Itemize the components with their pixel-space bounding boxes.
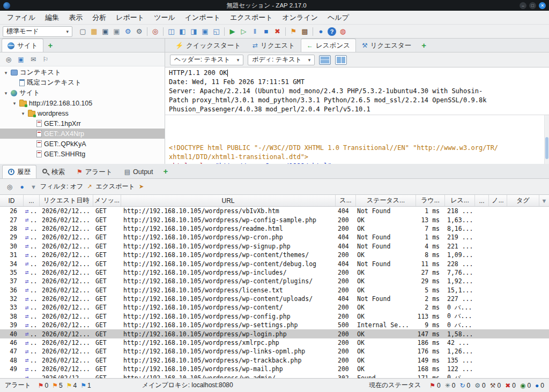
tree-node[interactable]: GET:.QPkKyA xyxy=(0,139,165,149)
tree-node[interactable]: ▾コンテキスト xyxy=(0,67,165,78)
tab-globe[interactable]: サイト xyxy=(2,39,43,52)
history-row[interactable]: 48⇄..2026/02/12...GEThttp://192.168.10.1… xyxy=(0,356,549,365)
save-session-icon[interactable]: ▣ xyxy=(100,26,111,37)
manage-addons-icon[interactable]: ▩ xyxy=(299,26,310,37)
response-body-editor[interactable]: <!DOCTYPE html PUBLIC "-//W3C//DTD XHTML… xyxy=(165,115,549,164)
show-tabs-icon[interactable]: ◱ xyxy=(211,26,222,37)
column-header[interactable]: メソッ... xyxy=(93,195,121,206)
ajax-spider-counter[interactable]: ↻0 xyxy=(459,382,470,389)
collapse-arrow-icon[interactable]: ▾ xyxy=(3,91,9,96)
spider-counter[interactable]: ✳0 xyxy=(445,382,456,389)
mode-select[interactable]: 標準モード ▾ xyxy=(3,26,72,37)
column-header[interactable]: タグ xyxy=(507,195,539,206)
alert-flag-count[interactable]: ⚑5 xyxy=(52,382,62,389)
scrollbar-thumb[interactable] xyxy=(545,137,548,159)
history-row[interactable]: 28⇄..2026/02/12...GEThttp://192.168.10.1… xyxy=(0,224,549,233)
export-context-icon[interactable]: ⚐ xyxy=(41,55,50,64)
target-scope-icon[interactable]: ◎ xyxy=(4,55,13,64)
active-scan-counter[interactable]: ⚙0 xyxy=(474,382,485,389)
maximize-button[interactable]: □ xyxy=(529,2,536,9)
support-icon[interactable]: ◍ xyxy=(337,26,348,37)
column-header[interactable]: ス... xyxy=(336,195,356,206)
response-scrollbar[interactable] xyxy=(544,115,549,164)
history-row[interactable]: 38⇄..2026/02/12...GEThttp://192.168.10.1… xyxy=(0,312,549,321)
history-row[interactable]: 36⇄..2026/02/12...GEThttp://192.168.10.1… xyxy=(0,286,549,295)
column-header[interactable]: URL xyxy=(121,195,336,206)
alert-flag-count[interactable]: ⚑0 xyxy=(38,382,48,389)
tree-node[interactable]: GET:.1hpXrr xyxy=(0,118,165,129)
history-row[interactable]: 29⇄..2026/02/12...GEThttp://192.168.10.1… xyxy=(0,233,549,242)
history-row[interactable]: 26⇄..2026/02/12...GEThttp://192.168.10.1… xyxy=(0,207,549,215)
tree-node[interactable]: GET:.AX4Nrp xyxy=(0,129,165,139)
tab-lightning[interactable]: ⚡クイックスタート xyxy=(169,39,247,52)
scope-filter-icon[interactable]: ◎ xyxy=(5,182,14,192)
collapse-arrow-icon[interactable]: ▾ xyxy=(12,101,17,106)
layout-split-icon[interactable]: ◧ xyxy=(177,26,188,37)
body-view-select[interactable]: ボディ: テキスト ▾ xyxy=(248,55,315,65)
break-stop-icon[interactable]: ■ xyxy=(261,26,272,37)
break-drop-icon[interactable]: ✖ xyxy=(272,26,283,37)
history-row[interactable]: 35⇄..2026/02/12...GEThttp://192.168.10.1… xyxy=(0,268,549,277)
edit-context-icon[interactable]: ▣ xyxy=(16,55,26,64)
add-sites-tab-button[interactable]: + xyxy=(43,41,57,50)
minimize-button[interactable]: – xyxy=(520,2,526,9)
help-icon[interactable]: ? xyxy=(328,27,336,36)
column-filter-icon[interactable]: ▼ xyxy=(539,195,549,206)
close-button[interactable]: ✕ xyxy=(539,2,546,9)
layout-horizontal-split-button[interactable] xyxy=(319,55,331,65)
history-row[interactable]: 33⇄..2026/02/12...GEThttp://192.168.10.1… xyxy=(0,303,549,312)
history-row[interactable]: 27⇄..2026/02/12...GEThttp://192.168.10.1… xyxy=(0,215,549,224)
export-button[interactable]: エクスポート xyxy=(95,182,135,191)
break-continue-icon[interactable]: ▶ xyxy=(227,26,238,37)
tree-node[interactable]: 既定コンテキスト xyxy=(0,78,165,88)
menu-item[interactable]: オンライン xyxy=(278,11,323,24)
break-counter[interactable]: ✖0 xyxy=(505,382,516,389)
history-row[interactable]: 37⇄..2026/02/12...GEThttp://192.168.10.1… xyxy=(0,277,549,285)
break-pause-icon[interactable]: ‖ xyxy=(249,26,261,37)
menu-item[interactable]: インポート xyxy=(180,11,225,24)
tab-search[interactable]: 検索 xyxy=(36,165,71,178)
layout-vertical-split-button[interactable] xyxy=(335,55,347,65)
tree-node[interactable]: ▾http://192.168.10.105 xyxy=(0,98,165,108)
alerts-flags-icon[interactable]: ⚑ xyxy=(288,26,299,37)
snapshot-session-icon[interactable]: ▣ xyxy=(111,26,122,37)
collapse-arrow-icon[interactable]: ▾ xyxy=(3,70,9,76)
sites-globe-icon[interactable]: ● xyxy=(17,182,27,192)
menu-item[interactable]: レポート xyxy=(111,11,149,24)
menu-item[interactable]: エクスポート xyxy=(225,11,278,24)
add-workspace-tab-button[interactable]: + xyxy=(417,41,431,50)
tree-node[interactable]: ▾サイト xyxy=(0,88,165,98)
tab-request[interactable]: ⇄リクエスト xyxy=(247,39,301,52)
column-header[interactable]: レス... xyxy=(445,195,475,206)
header-view-select[interactable]: ヘッダー: テキスト ▾ xyxy=(170,55,243,65)
history-row[interactable]: ⇄..2026/02/12...GEThttp://192.168.10.105… xyxy=(0,373,549,378)
tab-requester[interactable]: ⚒リクエスター xyxy=(356,39,417,52)
layout-tabs-icon[interactable]: ◫ xyxy=(166,26,177,37)
record-counter[interactable]: ◉0 xyxy=(520,382,531,389)
tree-node[interactable]: ▾wordpress xyxy=(0,108,165,118)
layout-max-icon[interactable]: ▣ xyxy=(199,26,211,37)
column-header[interactable]: ... xyxy=(475,195,489,206)
history-row[interactable]: 49⇄..2026/02/12...GEThttp://192.168.10.1… xyxy=(0,365,549,373)
column-header[interactable]: ノ... xyxy=(489,195,507,206)
column-header[interactable]: ラウ... xyxy=(416,195,445,206)
column-header[interactable]: リクエスト日時 xyxy=(40,195,93,206)
tab-response[interactable]: ←レスポンス xyxy=(301,39,356,52)
menu-item[interactable]: 分析 xyxy=(87,11,111,24)
menu-item[interactable]: 表示 xyxy=(64,11,87,24)
column-header[interactable]: ... xyxy=(24,195,40,206)
layout-full-icon[interactable]: ◨ xyxy=(188,26,199,37)
collapse-arrow-icon[interactable]: ▾ xyxy=(20,111,26,116)
menu-item[interactable]: 編集 xyxy=(40,11,64,24)
response-header-editor[interactable]: HTTP/1.1 200 OKDate: Wed, 11 Feb 2026 17… xyxy=(165,67,549,115)
alert-flag-count[interactable]: ⚑4 xyxy=(66,382,77,389)
tab-history[interactable]: 履歴 xyxy=(2,165,36,178)
history-row[interactable]: 39⇄..2026/02/12...GEThttp://192.168.10.1… xyxy=(0,321,549,329)
menu-item[interactable]: ファイル xyxy=(2,11,40,24)
new-session-icon[interactable]: ▢ xyxy=(77,26,88,37)
menu-item[interactable]: ツール xyxy=(149,11,180,24)
history-row[interactable]: 32⇄..2026/02/12...GEThttp://192.168.10.1… xyxy=(0,295,549,303)
tree-node[interactable]: GET:.SHHRtg xyxy=(0,149,165,159)
tab-output[interactable]: ▤Output xyxy=(118,165,159,178)
fuzzer-counter[interactable]: ⚒0 xyxy=(490,382,501,389)
